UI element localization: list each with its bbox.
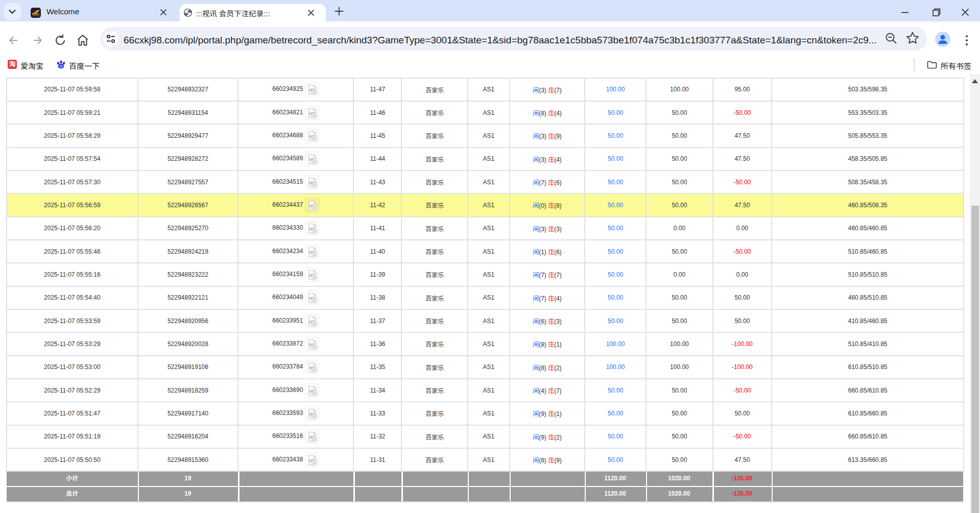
svg-text:du: du — [59, 64, 63, 68]
